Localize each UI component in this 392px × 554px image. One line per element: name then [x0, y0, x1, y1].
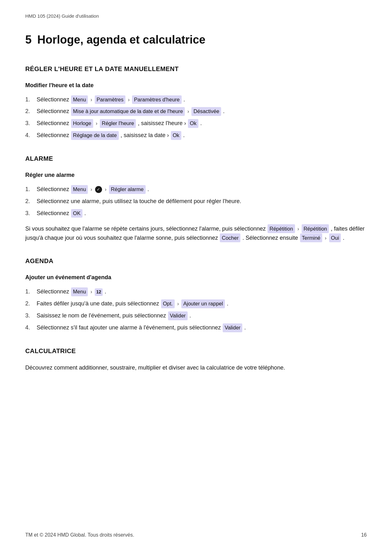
badge-termine: Terminé	[300, 233, 323, 242]
calculatrice-description: Découvrez comment additionner, soustrair…	[25, 363, 367, 372]
agenda-step-2: 2. Faites défiler jusqu'à une date, puis…	[25, 299, 367, 308]
badge-regler-heure: Régler l'heure	[100, 119, 136, 128]
chapter-title-text: Horloge, agenda et calculatrice	[37, 33, 205, 46]
badge-menu-agenda: Menu	[71, 287, 88, 296]
alarme-step-3: 3. Sélectionnez OK .	[25, 209, 367, 218]
badge-opt: Opt.	[161, 299, 175, 308]
badge-reglage-date: Réglage de la date	[71, 131, 119, 140]
section-agenda: AGENDA Ajouter un événement d'agenda 1. …	[25, 256, 367, 332]
subsection-regler-alarme-title: Régler une alarme	[25, 171, 367, 179]
section-alarme-title: ALARME	[25, 154, 367, 163]
badge-cocher: Cocher	[220, 233, 240, 242]
badge-oui: Oui	[329, 233, 341, 242]
agenda-step-3: 3. Saisissez le nom de l'événement, puis…	[25, 311, 367, 320]
footer-page: 16	[361, 531, 367, 539]
badge-desactivee: Désactivée	[191, 107, 221, 116]
badge-repetition-1: Répétition	[268, 224, 295, 233]
section-calculatrice-title: CALCULATRICE	[25, 346, 367, 356]
modifier-steps: 1. Sélectionnez Menu › Paramètres › Para…	[25, 95, 367, 140]
alarme-step-1: 1. Sélectionnez Menu › ✓ › Régler alarme…	[25, 185, 367, 194]
page-header: HMD 105 (2024) Guide d'utilisation	[25, 13, 367, 20]
page-footer: TM et © 2024 HMD Global. Tous droits rés…	[25, 531, 367, 539]
alarme-step-2: 2. Sélectionnez une alarme, puis utilise…	[25, 197, 367, 206]
header-text: HMD 105 (2024) Guide d'utilisation	[25, 13, 99, 19]
step-4: 4. Sélectionnez Réglage de la date , sai…	[25, 131, 367, 140]
agenda-step-1: 1. Sélectionnez Menu › 12 .	[25, 287, 367, 296]
step-1: 1. Sélectionnez Menu › Paramètres › Para…	[25, 95, 367, 104]
badge-parametres-heure: Paramètres d'heure	[132, 95, 181, 104]
badge-repetition-2: Répétition	[302, 224, 329, 233]
section-agenda-title: AGENDA	[25, 256, 367, 266]
subsection-modifier-title: Modifier l'heure et la date	[25, 81, 367, 90]
badge-ok-1: Ok	[188, 119, 198, 128]
badge-valider-2: Valider	[223, 323, 242, 332]
alarme-steps: 1. Sélectionnez Menu › ✓ › Régler alarme…	[25, 185, 367, 218]
badge-ok-2: Ok	[171, 131, 181, 140]
badge-valider-1: Valider	[168, 311, 188, 320]
step-2: 2. Sélectionnez Mise à jour automatique …	[25, 107, 367, 116]
agenda-steps: 1. Sélectionnez Menu › 12 . 2. Faites dé…	[25, 287, 367, 332]
agenda-step-4: 4. Sélectionnez s'il faut ajouter une al…	[25, 323, 367, 332]
badge-maj-auto: Mise à jour automatique de la date et de…	[71, 107, 185, 116]
badge-parametres: Paramètres	[95, 95, 125, 104]
badge-ajouter-rappel: Ajouter un rappel	[181, 299, 225, 308]
subsection-ajouter-title: Ajouter un événement d'agenda	[25, 273, 367, 282]
calendar-icon: 12	[95, 288, 103, 296]
alarm-icon: ✓	[95, 186, 102, 193]
chapter-number: 5	[25, 33, 32, 46]
footer-copyright: TM et © 2024 HMD Global. Tous droits rés…	[25, 531, 134, 539]
badge-regler-alarme: Régler alarme	[109, 185, 146, 194]
section-heure-title: RÉGLER L'HEURE ET LA DATE MANUELLEMENT	[25, 64, 367, 74]
section-heure: RÉGLER L'HEURE ET LA DATE MANUELLEMENT M…	[25, 64, 367, 140]
badge-horloge: Horloge	[71, 119, 93, 128]
section-alarme: ALARME Régler une alarme 1. Sélectionnez…	[25, 154, 367, 242]
badge-menu-alarm: Menu	[71, 185, 88, 194]
chapter-title: 5Horloge, agenda et calculatrice	[25, 31, 367, 48]
alarme-note: Si vous souhaitez que l'alarme se répète…	[25, 224, 367, 243]
step-3: 3. Sélectionnez Horloge › Régler l'heure…	[25, 119, 367, 128]
section-calculatrice: CALCULATRICE Découvrez comment additionn…	[25, 346, 367, 372]
badge-menu: Menu	[71, 95, 88, 104]
badge-ok-alarm: OK	[71, 209, 82, 218]
